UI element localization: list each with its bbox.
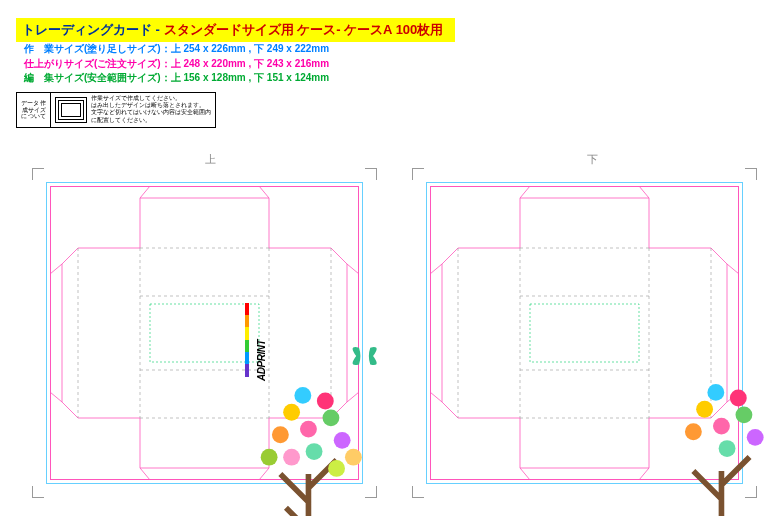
dieline-top-face: ADPRINT [32,168,377,498]
spec-bleed-label: 作 業サイズ(塗り足しサイズ)： [24,43,171,54]
title-sep: - [152,22,164,37]
panel-label-bottom: 下 [587,152,598,167]
svg-point-34 [746,429,763,446]
spec-safe-label: 編 集サイズ(安全範囲サイズ)： [24,72,171,83]
crop-mark-icon [412,486,424,498]
document-title: トレーディングカード - スタンダードサイズ用 ケース- ケースA 100枚用 [16,18,455,42]
svg-point-37 [718,440,735,457]
crop-mark-icon [745,168,757,180]
title-product: トレーディングカード [22,22,152,37]
title-variant: スタンダードサイズ用 ケース- ケースA 100枚用 [164,22,444,37]
note-line-3: 文字など切れてはいけない内容は安全範囲内に配置してください。 [91,109,213,123]
spec-trim: 仕上がりサイズ(ご注文サイズ)：上 248 x 220mm , 下 243 x … [24,57,329,72]
svg-point-35 [707,384,724,401]
svg-point-11 [322,409,339,426]
svg-point-14 [294,387,311,404]
data-creation-note: データ 作成サイズに ついて 作業サイズで作成してください。 はみ出したデザイン… [16,92,216,128]
spec-safe-value: 上 156 x 128mm , 下 151 x 124mm [171,72,329,83]
crop-mark-icon [32,168,44,180]
note-body: 作業サイズで作成してください。 はみ出したデザインは断ち落とされます。 文字など… [51,93,215,127]
spec-bleed: 作 業サイズ(塗り足しサイズ)：上 254 x 226mm , 下 249 x … [24,42,329,57]
svg-point-30 [713,417,730,434]
svg-point-18 [305,443,322,460]
size-specs: 作 業サイズ(塗り足しサイズ)：上 254 x 226mm , 下 249 x … [24,42,329,86]
svg-point-36 [729,389,746,406]
sample-artwork [563,295,673,385]
svg-point-16 [260,448,277,465]
logo-rainbow-icon [245,303,249,377]
dieline-bottom-face [412,168,757,498]
spec-trim-label: 仕上がりサイズ(ご注文サイズ)： [24,58,171,69]
panel-label-top: 上 [205,152,216,167]
svg-point-32 [735,406,752,423]
spec-bleed-value: 上 254 x 226mm , 下 249 x 222mm [171,43,329,54]
spec-safe: 編 集サイズ(安全範囲サイズ)：上 156 x 128mm , 下 151 x … [24,71,329,86]
svg-point-19 [283,448,300,465]
size-swatch-icon [55,97,87,123]
svg-point-15 [316,392,333,409]
crop-mark-icon [365,168,377,180]
brand-logo-text: ADPRINT [256,340,267,381]
flower-tree-icon [581,310,776,516]
svg-point-12 [271,426,288,443]
svg-point-17 [344,448,361,465]
svg-point-31 [696,400,713,417]
crop-mark-icon [32,486,44,498]
svg-point-33 [684,423,701,440]
crop-mark-icon [412,168,424,180]
note-heading: データ 作成サイズに ついて [17,93,51,127]
svg-point-20 [328,460,345,477]
svg-point-9 [300,420,317,437]
spec-trim-value: 上 248 x 220mm , 下 243 x 216mm [171,58,329,69]
note-line-1: 作業サイズで作成してください。 [91,95,213,102]
svg-point-13 [333,432,350,449]
sample-artwork: ADPRINT [150,295,260,385]
svg-point-10 [283,403,300,420]
